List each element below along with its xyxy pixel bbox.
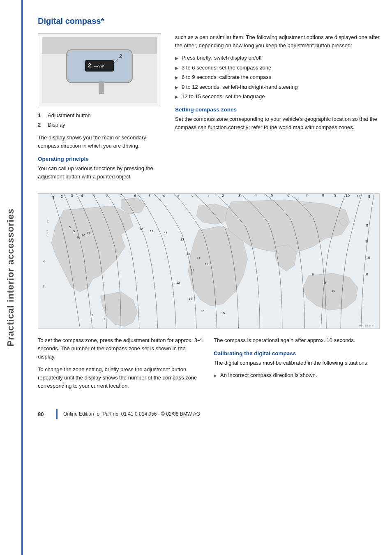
svg-text:4: 4 bbox=[81, 194, 83, 198]
svg-text:5: 5 bbox=[73, 230, 75, 234]
bottom-right-text: The compass is operational again after a… bbox=[214, 336, 380, 345]
footer-bar bbox=[56, 409, 58, 419]
calibrating-text: The digital compass must be calibrated i… bbox=[214, 359, 380, 367]
part-item-2: 2 Display bbox=[38, 121, 165, 130]
main-content: Digital compass* 2 bbox=[25, 0, 392, 435]
op-principle-continued: such as a pen or similar item. The follo… bbox=[175, 33, 380, 50]
right-column: such as a pen or similar item. The follo… bbox=[175, 33, 380, 185]
svg-text:6: 6 bbox=[47, 219, 49, 223]
page-title: Digital compass* bbox=[38, 16, 380, 26]
bottom-section: To set the compass zone, press the adjus… bbox=[38, 336, 380, 394]
side-label: Practical interior accessories bbox=[0, 0, 21, 555]
svg-text:12: 12 bbox=[187, 252, 190, 256]
svg-text:5: 5 bbox=[47, 231, 49, 236]
bottom-right-column: The compass is operational again after a… bbox=[214, 336, 380, 394]
svg-text:6: 6 bbox=[106, 194, 108, 197]
operating-principle-heading: Operating principle bbox=[38, 156, 165, 162]
svg-text:1: 1 bbox=[208, 194, 210, 198]
svg-text:2: 2 bbox=[61, 194, 63, 199]
svg-text:3: 3 bbox=[238, 194, 240, 198]
bullet-text-3: 6 to 9 seconds: calibrate the compass bbox=[182, 73, 271, 81]
page-number: 80 bbox=[38, 411, 50, 417]
svg-text:4: 4 bbox=[42, 284, 44, 289]
svg-text:3: 3 bbox=[71, 194, 73, 198]
bullet-2: ▶ 3 to 6 seconds: set the compass zone bbox=[175, 64, 380, 72]
triangle-icon-3: ▶ bbox=[175, 74, 178, 81]
operating-principle-text: You can call up various functions by pre… bbox=[38, 164, 165, 181]
svg-text:3: 3 bbox=[42, 260, 44, 264]
svg-text:2: 2 bbox=[119, 53, 122, 59]
triangle-icon-2: ▶ bbox=[175, 65, 178, 72]
svg-text:4: 4 bbox=[255, 194, 257, 197]
bullet-text-4: 9 to 12 seconds: set left-hand/right-han… bbox=[182, 83, 298, 91]
svg-text:MBC-04-2430: MBC-04-2430 bbox=[359, 324, 374, 327]
footer-text: Online Edition for Part no. 01 41 0 014 … bbox=[63, 411, 200, 417]
adjustment-bullets: ▶ Press briefly: switch display on/off ▶… bbox=[175, 54, 380, 101]
svg-text:13: 13 bbox=[180, 238, 184, 241]
bottom-left-text2: To change the zone setting, briefly pres… bbox=[38, 365, 204, 390]
setting-compass-zones-heading: Setting compass zones bbox=[175, 106, 380, 113]
bullet-4: ▶ 9 to 12 seconds: set left-hand/right-h… bbox=[175, 83, 380, 91]
svg-text:8: 8 bbox=[368, 194, 370, 199]
part-label-1: Adjustment button bbox=[48, 111, 91, 120]
bullet-text-1: Press briefly: switch display on/off bbox=[182, 54, 262, 62]
left-column: 2 —sw 1 2 1 Adjustment button bbox=[38, 33, 165, 185]
svg-text:12: 12 bbox=[164, 232, 168, 236]
svg-text:8: 8 bbox=[312, 273, 314, 276]
svg-text:2: 2 bbox=[191, 194, 194, 198]
svg-text:6: 6 bbox=[287, 194, 289, 197]
svg-text:1: 1 bbox=[92, 313, 94, 317]
blue-bar bbox=[21, 0, 23, 555]
triangle-icon-5: ▶ bbox=[175, 94, 178, 101]
svg-text:7: 7 bbox=[120, 194, 122, 197]
triangle-icon-4: ▶ bbox=[175, 84, 178, 91]
svg-text:2: 2 bbox=[222, 194, 224, 198]
svg-text:3: 3 bbox=[177, 194, 179, 198]
svg-text:8: 8 bbox=[366, 272, 368, 276]
bullet-text-5: 12 to 15 seconds: set the language bbox=[182, 92, 265, 101]
footer: 80 Online Edition for Part no. 01 41 0 0… bbox=[38, 407, 380, 419]
svg-text:5: 5 bbox=[69, 226, 71, 229]
bottom-left-text1: To set the compass zone, press the adjus… bbox=[38, 336, 204, 361]
svg-text:11: 11 bbox=[197, 256, 201, 260]
svg-text:2: 2 bbox=[104, 317, 106, 321]
intro-text: The display shows you the main or second… bbox=[38, 134, 165, 150]
bullet-1: ▶ Press briefly: switch display on/off bbox=[175, 54, 380, 62]
svg-text:—sw: —sw bbox=[94, 63, 104, 68]
svg-text:11: 11 bbox=[150, 230, 153, 234]
svg-text:10: 10 bbox=[140, 228, 143, 231]
top-section: 2 —sw 1 2 1 Adjustment button bbox=[38, 33, 380, 185]
part-num-2: 2 bbox=[38, 121, 44, 130]
svg-text:10: 10 bbox=[332, 289, 335, 293]
svg-text:10: 10 bbox=[346, 194, 350, 198]
svg-text:10: 10 bbox=[81, 234, 85, 238]
svg-text:9: 9 bbox=[77, 236, 79, 239]
parts-list: 1 Adjustment button 2 Display bbox=[38, 111, 165, 130]
part-item-1: 1 Adjustment button bbox=[38, 111, 165, 120]
svg-text:11: 11 bbox=[86, 232, 90, 236]
part-label-2: Display bbox=[48, 121, 65, 130]
side-label-text: Practical interior accessories bbox=[5, 208, 16, 347]
calibrating-bullet-text-1: An incorrect compass direction is shown. bbox=[220, 371, 317, 379]
svg-text:10: 10 bbox=[366, 256, 370, 260]
svg-text:8: 8 bbox=[366, 223, 368, 227]
svg-text:8: 8 bbox=[322, 194, 324, 197]
bullet-5: ▶ 12 to 15 seconds: set the language bbox=[175, 92, 380, 101]
svg-text:11: 11 bbox=[191, 268, 194, 272]
svg-text:11: 11 bbox=[357, 194, 361, 198]
world-map-section: 1 2 3 4 5 6 7 6 5 4 3 2 1 2 3 4 5 bbox=[38, 193, 380, 329]
svg-text:2: 2 bbox=[88, 62, 91, 69]
svg-text:9: 9 bbox=[334, 194, 337, 197]
svg-text:9: 9 bbox=[366, 239, 368, 243]
svg-text:15: 15 bbox=[201, 309, 205, 313]
bullet-3: ▶ 6 to 9 seconds: calibrate the compass bbox=[175, 73, 380, 81]
svg-text:5: 5 bbox=[148, 194, 150, 198]
world-map-image: 1 2 3 4 5 6 7 6 5 4 3 2 1 2 3 4 5 bbox=[38, 193, 380, 329]
setting-compass-zones-text: Set the compass zone corresponding to yo… bbox=[175, 115, 380, 132]
svg-text:4: 4 bbox=[163, 194, 165, 198]
mirror-image: 2 —sw 1 2 bbox=[38, 33, 161, 107]
svg-text:1: 1 bbox=[53, 195, 55, 199]
svg-text:12: 12 bbox=[205, 262, 209, 266]
svg-text:12: 12 bbox=[176, 281, 180, 284]
svg-text:6: 6 bbox=[134, 194, 136, 198]
